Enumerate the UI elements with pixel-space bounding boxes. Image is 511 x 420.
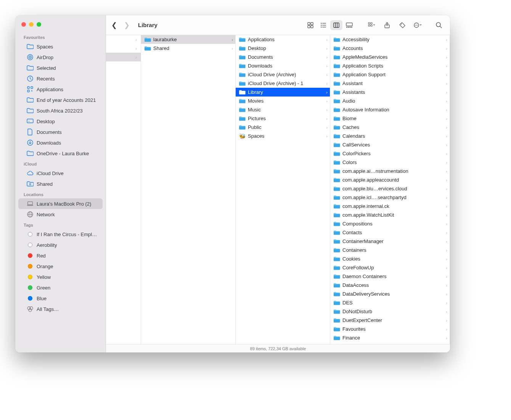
column-1[interactable]: lauraburke›Shared› bbox=[141, 35, 236, 344]
file-row-desktop[interactable]: Desktop› bbox=[236, 44, 330, 53]
sidebar-item-recents[interactable]: Recents bbox=[18, 73, 103, 84]
sidebar-item-if-i-ran-the-circus-emplo[interactable]: If I Ran the Circus - Emplo… bbox=[18, 229, 103, 240]
file-row-compositions[interactable]: Compositions› bbox=[330, 219, 450, 228]
action-menu-button[interactable] bbox=[412, 20, 423, 30]
file-row-des[interactable]: DES› bbox=[330, 298, 450, 307]
file-row-accessibility[interactable]: Accessibility› bbox=[330, 35, 450, 44]
file-row-daemon-containers[interactable]: Daemon Containers› bbox=[330, 272, 450, 281]
sidebar-item-downloads[interactable]: Downloads bbox=[18, 137, 103, 148]
file-row-shared[interactable]: Shared› bbox=[141, 44, 235, 53]
file-row-autosave-information[interactable]: Autosave Information› bbox=[330, 105, 450, 114]
file-row-caches[interactable]: Caches› bbox=[330, 123, 450, 132]
file-row-com-apple-ai-nstrumentation[interactable]: com.apple.ai…nstrumentation› bbox=[330, 167, 450, 175]
file-row-assistant[interactable]: Assistant› bbox=[330, 79, 450, 88]
view-gallery-button[interactable] bbox=[343, 20, 355, 30]
sidebar-item-aerobility[interactable]: Aerobility bbox=[18, 240, 103, 250]
sidebar-item-applications[interactable]: AApplications bbox=[18, 84, 103, 95]
sidebar-item-spaces[interactable]: Spaces bbox=[18, 41, 103, 52]
file-row-icloud-drive-archive[interactable]: iCloud Drive (Archive)› bbox=[236, 70, 330, 79]
view-icon-button[interactable] bbox=[304, 20, 317, 30]
file-row-spaces[interactable]: 🐝Spaces› bbox=[236, 132, 330, 140]
sidebar-item-blue[interactable]: Blue bbox=[18, 293, 103, 304]
forward-button[interactable]: ❯ bbox=[124, 21, 130, 29]
file-row-biome[interactable]: Biome› bbox=[330, 114, 450, 123]
sidebar-item-yellow[interactable]: Yellow bbox=[18, 272, 103, 282]
file-row-duetexpertcenter[interactable]: DuetExpertCenter› bbox=[330, 316, 450, 325]
file-row-movies[interactable]: Movies› bbox=[236, 97, 330, 105]
folder-icon bbox=[144, 45, 151, 52]
file-row-assistants[interactable]: Assistants› bbox=[330, 88, 450, 97]
file-row-contacts[interactable]: Contacts› bbox=[330, 228, 450, 237]
file-row-com-apple-appleaccountd[interactable]: com.apple.appleaccountd› bbox=[330, 175, 450, 184]
file-row-donotdisturb[interactable]: DoNotDisturb› bbox=[330, 307, 450, 316]
column-3[interactable]: Accessibility›Accounts›AppleMediaService… bbox=[330, 35, 450, 344]
file-row-colors[interactable]: Colors› bbox=[330, 158, 450, 167]
sidebar-item-icloud-drive[interactable]: iCloud Drive bbox=[18, 168, 103, 179]
file-row-containers[interactable]: Containers› bbox=[330, 246, 450, 254]
file-row-music[interactable]: Music› bbox=[236, 105, 330, 114]
file-row-com-apple-internal-ck[interactable]: com.apple.internal.ck› bbox=[330, 202, 450, 211]
file-label: Pictures bbox=[248, 116, 324, 121]
file-row-cookies[interactable]: Cookies› bbox=[330, 254, 450, 263]
sidebar-item-orange[interactable]: Orange bbox=[18, 261, 103, 272]
file-row[interactable]: › bbox=[106, 53, 141, 61]
file-row-com-apple-icl-searchpartyd[interactable]: com.apple.icl….searchpartyd› bbox=[330, 193, 450, 202]
file-row-calendars[interactable]: Calendars› bbox=[330, 132, 450, 140]
tag-icon bbox=[27, 263, 34, 270]
file-row-accounts[interactable]: Accounts› bbox=[330, 44, 450, 53]
share-button[interactable] bbox=[381, 20, 393, 30]
sidebar-item-green[interactable]: Green bbox=[18, 282, 103, 293]
search-button[interactable] bbox=[433, 20, 445, 30]
back-button[interactable]: ❮ bbox=[111, 21, 117, 29]
file-label: iCloud Drive (Archive) - 1 bbox=[248, 80, 324, 86]
file-row-applications[interactable]: Applications› bbox=[236, 35, 330, 44]
sidebar-item-laura-s-macbook-pro-2[interactable]: Laura's MacBook Pro (2) bbox=[18, 198, 103, 209]
sidebar-item-all-tags[interactable]: All Tags… bbox=[18, 304, 103, 314]
file-row-public[interactable]: Public› bbox=[236, 123, 330, 132]
sidebar-item-south-africa-2022-23[interactable]: South Africa 2022/23 bbox=[18, 105, 103, 116]
file-row-library[interactable]: Library› bbox=[236, 88, 330, 97]
file-row-colorpickers[interactable]: ColorPickers› bbox=[330, 149, 450, 158]
column-2[interactable]: Applications›Desktop›Documents›Downloads… bbox=[236, 35, 330, 344]
file-row-favourites[interactable]: Favourites› bbox=[330, 325, 450, 333]
file-row-containermanager[interactable]: ContainerManager› bbox=[330, 237, 450, 246]
file-row-icloud-drive-archive-1[interactable]: iCloud Drive (Archive) - 1› bbox=[236, 79, 330, 88]
file-row-pictures[interactable]: Pictures› bbox=[236, 114, 330, 123]
folder-icon bbox=[333, 264, 340, 271]
file-row-applemediaservices[interactable]: AppleMediaServices› bbox=[330, 53, 450, 61]
file-row-dataaccess[interactable]: DataAccess› bbox=[330, 281, 450, 290]
view-column-button[interactable] bbox=[330, 20, 342, 30]
file-row-documents[interactable]: Documents› bbox=[236, 53, 330, 61]
file-row-datadeliveryservices[interactable]: DataDeliveryServices› bbox=[330, 290, 450, 298]
file-row-finance[interactable]: Finance› bbox=[330, 333, 450, 342]
sidebar-item-airdrop[interactable]: AirDrop bbox=[18, 52, 103, 63]
folder-icon bbox=[239, 71, 246, 78]
file-row-application-support[interactable]: Application Support› bbox=[330, 70, 450, 79]
file-row-downloads[interactable]: Downloads› bbox=[236, 61, 330, 70]
file-row-com-apple-blu-ervices-cloud[interactable]: com.apple.blu…ervices.cloud› bbox=[330, 184, 450, 193]
file-row-application-scripts[interactable]: Application Scripts› bbox=[330, 61, 450, 70]
sidebar-item-desktop[interactable]: Desktop bbox=[18, 116, 103, 127]
sidebar-item-network[interactable]: Network bbox=[18, 209, 103, 220]
file-row-audio[interactable]: Audio› bbox=[330, 97, 450, 105]
file-row-corefollowup[interactable]: CoreFollowUp› bbox=[330, 263, 450, 272]
column-0[interactable]: ››› bbox=[106, 35, 141, 344]
sidebar-item-onedrive-laura-burke[interactable]: OneDrive - Laura Burke bbox=[18, 148, 103, 159]
group-by-button[interactable] bbox=[366, 20, 378, 30]
sidebar-item-shared[interactable]: Shared bbox=[18, 179, 103, 189]
sidebar-item-selected[interactable]: Selected bbox=[18, 63, 103, 73]
folder-icon bbox=[333, 159, 340, 166]
file-row[interactable]: › bbox=[106, 35, 141, 44]
file-row-lauraburke[interactable]: lauraburke› bbox=[141, 35, 235, 44]
sidebar-item-red[interactable]: Red bbox=[18, 250, 103, 261]
tags-button[interactable] bbox=[397, 20, 408, 30]
close-button[interactable] bbox=[21, 22, 26, 27]
file-row-callservices[interactable]: CallServices› bbox=[330, 140, 450, 149]
view-list-button[interactable] bbox=[317, 20, 329, 30]
sidebar-item-end-of-year-accounts-2021[interactable]: End of year Accounts 2021 bbox=[18, 95, 103, 105]
minimize-button[interactable] bbox=[29, 22, 34, 27]
zoom-button[interactable] bbox=[37, 22, 41, 27]
sidebar-item-documents[interactable]: Documents bbox=[18, 127, 103, 137]
file-row-com-apple-watchlistkit[interactable]: com.apple.WatchListKit› bbox=[330, 211, 450, 219]
file-row[interactable]: › bbox=[106, 44, 141, 53]
